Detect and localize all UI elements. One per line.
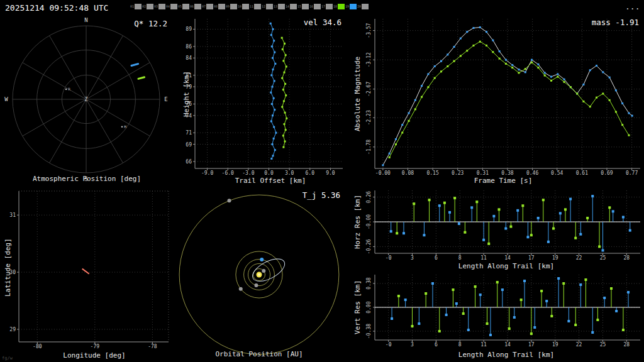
station-box-16 — [314, 4, 321, 9]
svg-text:Z: Z — [85, 97, 88, 102]
station-indicator-03[interactable]: 03 — [154, 3, 166, 10]
station-indicator-02[interactable]: 02 — [142, 3, 154, 10]
svg-text:25: 25 — [600, 342, 606, 348]
svg-text:84: 84 — [186, 55, 192, 61]
vert-residuals-chart: -0368111417192225280.380.00-0.38 — [366, 275, 640, 348]
svg-text:19: 19 — [552, 255, 558, 261]
velocity-label: vel 34.6 — [252, 18, 341, 27]
svg-text:17: 17 — [528, 342, 535, 348]
svg-text:-3.12: -3.12 — [366, 52, 372, 67]
svg-text:-79: -79 — [91, 344, 100, 349]
svg-text:0.61: 0.61 — [576, 170, 588, 176]
svg-text:0.54: 0.54 — [551, 170, 563, 176]
station-indicator-19[interactable]: 19 — [345, 3, 357, 10]
svg-text:6: 6 — [435, 255, 438, 261]
svg-text:0.46: 0.46 — [526, 170, 538, 176]
station-indicator-08[interactable]: 08 — [214, 3, 226, 10]
svg-text:89: 89 — [186, 26, 192, 32]
latitude-axis-label: Latitude [deg] — [4, 238, 12, 297]
station-indicator-06[interactable]: 06 — [190, 3, 202, 10]
station-indicator-15[interactable]: 15 — [297, 3, 309, 10]
station-box-05 — [182, 4, 189, 9]
station-indicator-13[interactable]: 13 — [274, 3, 286, 10]
station-box-06 — [194, 4, 201, 9]
station-box-03 — [158, 4, 165, 9]
svg-text:-9.0: -9.0 — [201, 170, 213, 176]
svg-text:R: R — [68, 87, 70, 91]
svg-text:31: 31 — [9, 212, 16, 218]
svg-text:8: 8 — [458, 255, 462, 261]
svg-text:-3.0: -3.0 — [242, 170, 254, 176]
app-root: { "header": { "timestamp": "20251214 09:… — [0, 0, 644, 362]
svg-text:3.0: 3.0 — [285, 170, 294, 176]
trail-offset-chart: -9.0-6.0-3.00.03.06.09.06669717476798184… — [186, 19, 343, 176]
svg-text:6.0: 6.0 — [306, 170, 315, 176]
svg-text:17: 17 — [528, 255, 535, 261]
svg-text:0.77: 0.77 — [626, 170, 638, 176]
svg-text:69: 69 — [186, 142, 192, 148]
svg-text:66: 66 — [186, 159, 192, 165]
station-box-02 — [147, 4, 153, 9]
station-indicator-17[interactable]: 17 — [321, 3, 333, 10]
svg-text:11: 11 — [480, 255, 487, 261]
orbital-position-chart — [179, 195, 339, 354]
station-indicator-01[interactable]: 01 — [130, 3, 142, 10]
svg-text:28: 28 — [624, 342, 630, 348]
station-box-14 — [290, 4, 297, 9]
station-indicator-18[interactable]: 18 — [333, 3, 345, 10]
atmospheric-position-caption: Atmospheric Position [deg] — [4, 175, 169, 183]
station-indicator-12[interactable]: 12 — [262, 3, 274, 10]
svg-text:-0: -0 — [386, 255, 392, 261]
station-box-17 — [326, 4, 333, 9]
station-box-11 — [254, 4, 261, 9]
frame-time-axis-label: Frame Time [s] — [440, 177, 566, 185]
svg-text:-0.00: -0.00 — [366, 214, 372, 229]
svg-text:3: 3 — [411, 342, 414, 348]
station-box-01 — [135, 4, 142, 9]
station-status-bar: 0102030405060708091011121314151617181920 — [130, 3, 369, 10]
vert-res-axis-label: Vert Res [km] — [353, 280, 362, 334]
vert-length-axis-label: Length Along Trail [km] — [412, 351, 601, 359]
q-value-label: Q* 12.2 — [88, 19, 167, 28]
station-indicator-10[interactable]: 10 — [238, 3, 250, 10]
svg-text:0.23: 0.23 — [452, 170, 464, 176]
svg-text:0.38: 0.38 — [501, 170, 513, 176]
height-axis-label: Height [km] — [182, 71, 191, 117]
horz-length-axis-label: Length Along Trail [km] — [412, 262, 601, 270]
station-indicator-16[interactable]: 16 — [309, 3, 321, 10]
svg-text:0.08: 0.08 — [402, 170, 414, 176]
menu-button[interactable]: ... — [625, 2, 640, 11]
station-indicator-09[interactable]: 09 — [226, 3, 238, 10]
station-box-08 — [218, 4, 225, 9]
svg-text:3: 3 — [411, 255, 414, 261]
station-indicator-05[interactable]: 05 — [178, 3, 190, 10]
station-indicator-11[interactable]: 11 — [250, 3, 262, 10]
svg-text:-1.78: -1.78 — [366, 140, 372, 155]
svg-text:25: 25 — [600, 255, 606, 261]
svg-text:8: 8 — [458, 342, 462, 348]
svg-text:-0.00: -0.00 — [375, 170, 391, 176]
station-box-18 — [338, 4, 345, 9]
svg-text:22: 22 — [576, 342, 582, 348]
svg-text:14: 14 — [504, 342, 511, 348]
utc-clock: 20251214 09:52:48 UTC — [5, 3, 108, 13]
svg-text:-6.0: -6.0 — [222, 170, 234, 176]
svg-text:E: E — [164, 96, 167, 102]
station-indicator-14[interactable]: 14 — [286, 3, 297, 10]
station-box-07 — [206, 4, 213, 9]
svg-text:-0.38: -0.38 — [366, 324, 372, 339]
svg-text:-80: -80 — [33, 344, 42, 349]
svg-text:W: W — [4, 96, 8, 102]
station-box-19 — [350, 4, 357, 9]
station-indicator-07[interactable]: 07 — [202, 3, 214, 10]
light-curve-chart: -0.000.080.150.230.310.380.460.540.610.6… — [366, 19, 640, 176]
longitude-axis-label: Longitude [deg] — [31, 351, 157, 359]
station-indicator-04[interactable]: 04 — [166, 3, 178, 10]
svg-text:6: 6 — [435, 342, 438, 348]
station-box-20 — [362, 4, 369, 9]
svg-text:M: M — [124, 124, 126, 129]
svg-text:-3.57: -3.57 — [366, 23, 372, 38]
svg-text:71: 71 — [186, 130, 192, 136]
station-indicator-20[interactable]: 20 — [357, 3, 369, 10]
svg-text:-78: -78 — [148, 344, 157, 349]
